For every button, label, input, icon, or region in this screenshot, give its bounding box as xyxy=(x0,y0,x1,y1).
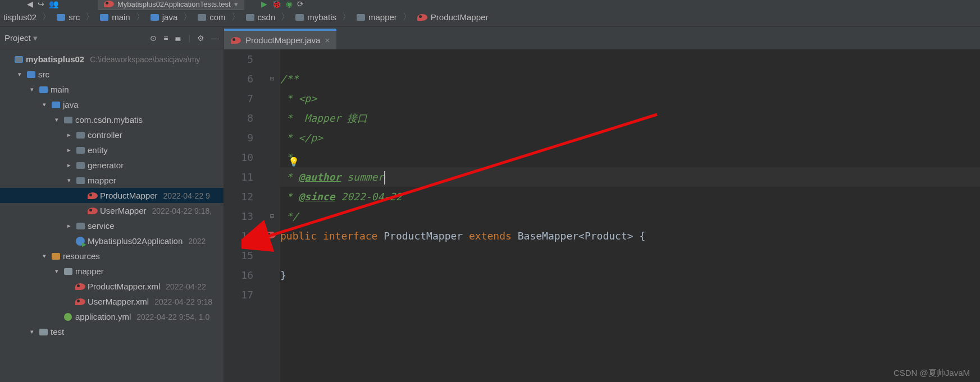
tree-expand-icon[interactable]: ▾ xyxy=(65,177,73,184)
tree-meta: 2022-04-22 9:54, 1.0 xyxy=(136,312,209,321)
hide-icon[interactable]: — xyxy=(211,34,219,43)
breadcrumb-item[interactable]: mapper xyxy=(353,12,400,22)
tree-row-main[interactable]: ▾main xyxy=(0,82,224,97)
tree-row-usermapper[interactable]: UserMapper2022-04-22 9:18, xyxy=(0,203,224,218)
code-line[interactable] xyxy=(280,285,980,305)
collapse-all-icon[interactable]: ≣ xyxy=(175,34,181,43)
line-number: 9 xyxy=(224,128,263,148)
tree-expand-icon[interactable]: ▾ xyxy=(53,116,61,123)
tree-label: ProductMapper xyxy=(100,191,158,200)
mybatis-bird-icon xyxy=(417,14,427,21)
fold-icon[interactable]: ⊟ xyxy=(270,206,274,226)
tree-row-java[interactable]: ▾java xyxy=(0,97,224,112)
tree-row-entity[interactable]: ▸entity xyxy=(0,142,224,158)
coverage-icon[interactable]: ◉ xyxy=(286,0,293,8)
tree-row-generator[interactable]: ▸generator xyxy=(0,158,224,173)
code-line[interactable]: ⊟ */ xyxy=(280,206,980,226)
tree-expand-icon[interactable]: ▾ xyxy=(40,252,48,260)
tree-expand-icon[interactable]: ▸ xyxy=(65,162,73,169)
project-tree[interactable]: mybatisplus02C:\ideaworkspace\basicjava\… xyxy=(0,49,224,382)
breadcrumb-item[interactable]: mybatis xyxy=(292,12,340,22)
code-line[interactable]: * Mapper 接口 xyxy=(280,108,980,128)
bird-icon xyxy=(88,208,98,214)
tree-row-mybatisplus02[interactable]: mybatisplus02C:\ideaworkspace\basicjava\… xyxy=(0,52,224,67)
code-line[interactable] xyxy=(280,246,980,265)
tree-label: generator xyxy=(88,160,124,170)
forward-icon[interactable]: ↪ xyxy=(38,0,44,8)
code-content[interactable]: ⊟/** * <p> * Mapper 接口 * </p>💡 * * @auth… xyxy=(280,49,980,382)
code-line[interactable]: * </p> xyxy=(280,128,980,148)
code-line[interactable]: } xyxy=(280,265,980,285)
breadcrumb-item[interactable]: ProductMapper xyxy=(414,12,492,22)
tree-row-resources[interactable]: ▾resources xyxy=(0,248,224,264)
run-config-label: Mybatisplus02ApplicationTests.test xyxy=(117,0,231,8)
back-icon[interactable]: ◀ xyxy=(27,0,33,8)
breadcrumb-item[interactable]: csdn xyxy=(243,12,279,22)
tree-expand-icon[interactable]: ▾ xyxy=(53,268,61,275)
code-line[interactable]: public interface ProductMapper extends B… xyxy=(280,226,980,246)
breadcrumb-item[interactable]: main xyxy=(97,12,134,22)
code-line[interactable]: * <p> xyxy=(280,89,980,108)
tree-expand-icon[interactable]: ▸ xyxy=(65,131,73,139)
tree-expand-icon[interactable]: ▸ xyxy=(65,146,73,154)
mybatis-gutter-icon[interactable] xyxy=(266,232,276,238)
breadcrumb-item[interactable]: src xyxy=(53,12,83,22)
fold-icon[interactable]: ⊟ xyxy=(270,69,274,89)
tree-row-service[interactable]: ▸service xyxy=(0,218,224,233)
debug-icon[interactable]: 🐞 xyxy=(272,0,281,8)
bird-icon xyxy=(88,192,98,199)
tree-label: test xyxy=(51,327,64,337)
project-tool-window: Project ▾ ⊙ ≡ ≣ | ⚙ — mybatisplus02C:\id… xyxy=(0,27,224,382)
tree-expand-icon[interactable]: ▸ xyxy=(65,222,73,229)
module-icon xyxy=(13,56,24,63)
tree-row-usermapper-xml[interactable]: UserMapper.xml2022-04-22 9:18 xyxy=(0,294,224,309)
code-line[interactable] xyxy=(280,49,980,69)
tree-row-application-yml[interactable]: application.yml2022-04-22 9:54, 1.0 xyxy=(0,309,224,324)
main-toolbar: ◀ ↪ 👥 Mybatisplus02ApplicationTests.test… xyxy=(0,0,980,8)
tree-expand-icon[interactable]: ▾ xyxy=(28,86,36,93)
tree-label: com.csdn.mybatis xyxy=(75,115,143,125)
tree-row-productmapper-xml[interactable]: ProductMapper.xml2022-04-22 xyxy=(0,279,224,294)
tree-row-productmapper[interactable]: ProductMapper2022-04-22 9 xyxy=(0,188,224,203)
tree-row-src[interactable]: ▾src xyxy=(0,67,224,82)
users-icon[interactable]: 👥 xyxy=(49,0,58,8)
tree-row-test[interactable]: ▾test xyxy=(0,324,224,339)
gear-icon[interactable]: ⚙ xyxy=(197,34,204,43)
folder-icon xyxy=(100,14,108,21)
breadcrumb-item[interactable]: tisplus02 xyxy=(0,12,40,22)
chevron-down-icon[interactable]: ▾ xyxy=(33,33,38,43)
profile-icon[interactable]: ⟳ xyxy=(297,0,304,8)
code-line[interactable]: * @since 2022-04-22 xyxy=(280,187,980,206)
run-icon[interactable]: ▶ xyxy=(261,0,267,8)
breadcrumb: tisplus02〉 src〉 main〉 java〉 com〉 csdn〉 m… xyxy=(0,8,980,27)
tree-row-mapper[interactable]: ▾mapper xyxy=(0,264,224,279)
tree-expand-icon[interactable]: ▾ xyxy=(40,101,48,108)
code-line[interactable]: * @author summer xyxy=(280,167,980,187)
locate-icon[interactable]: ⊙ xyxy=(150,34,157,43)
tree-label: mapper xyxy=(75,266,104,276)
editor-body[interactable]: 567891011121314151617 ⊟/** * <p> * Mappe… xyxy=(224,49,980,382)
folder-blue-icon xyxy=(51,102,61,108)
folder-blue-icon xyxy=(38,86,48,93)
tree-label: UserMapper xyxy=(100,206,147,215)
editor-tab[interactable]: ProductMapper.java × xyxy=(224,29,336,49)
run-configuration-selector[interactable]: Mybatisplus02ApplicationTests.test ▾ xyxy=(98,0,244,10)
tree-row-com-csdn-mybatis[interactable]: ▾com.csdn.mybatis xyxy=(0,112,224,127)
breadcrumb-item[interactable]: java xyxy=(147,12,181,22)
tree-meta: 2022-04-22 xyxy=(166,282,206,291)
tree-expand-icon[interactable]: ▾ xyxy=(28,328,36,335)
tree-row-mapper[interactable]: ▾mapper xyxy=(0,173,224,188)
line-number: 8 xyxy=(224,108,263,128)
editor-area: ProductMapper.java × 5678910111213141516… xyxy=(224,27,980,382)
package-icon xyxy=(75,147,85,154)
line-number: 6 xyxy=(224,69,263,89)
tree-label: Mybatisplus02Application xyxy=(88,236,183,246)
close-icon[interactable]: × xyxy=(325,35,330,45)
code-line[interactable]: 💡 * xyxy=(280,148,980,167)
code-line[interactable]: ⊟/** xyxy=(280,69,980,89)
breadcrumb-item[interactable]: com xyxy=(194,12,229,22)
expand-all-icon[interactable]: ≡ xyxy=(163,34,168,43)
tree-expand-icon[interactable]: ▾ xyxy=(16,71,24,78)
tree-row-mybatisplus02application[interactable]: ▶Mybatisplus02Application2022 xyxy=(0,233,224,248)
tree-row-controller[interactable]: ▸controller xyxy=(0,127,224,142)
